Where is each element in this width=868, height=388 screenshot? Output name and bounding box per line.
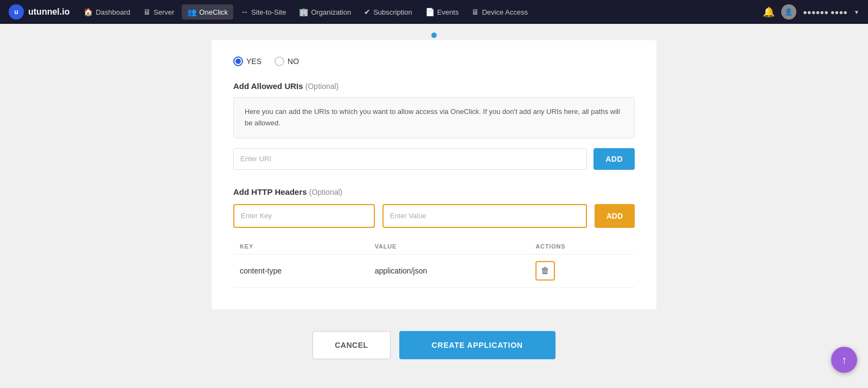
trash-icon: 🗑 xyxy=(541,266,550,276)
row-value: application/json xyxy=(368,254,529,287)
avatar: 👤 xyxy=(781,4,796,20)
nav-label-server: Server xyxy=(154,8,174,16)
http-headers-table: KEY VALUE ACTIONS content-type applicati… xyxy=(233,239,635,288)
organization-icon: 🏢 xyxy=(299,8,308,16)
oneclick-icon: 👥 xyxy=(187,8,196,16)
uri-input[interactable] xyxy=(233,148,587,170)
nav-item-site-to-site[interactable]: ↔ Site-to-Site xyxy=(235,4,291,20)
nav-label-dashboard: Dashboard xyxy=(95,8,130,16)
nav-item-oneclick[interactable]: 👥 OneClick xyxy=(182,4,233,20)
dashboard-icon: 🏠 xyxy=(84,8,93,16)
table-row: content-type application/json 🗑 xyxy=(233,254,635,287)
col-actions-header: ACTIONS xyxy=(529,239,635,255)
radio-group: YES NO xyxy=(233,56,635,66)
nav-label-oneclick: OneClick xyxy=(199,8,228,16)
col-value-header: VALUE xyxy=(368,239,529,255)
logo-icon: u xyxy=(9,4,24,20)
create-application-button[interactable]: CREATE APPLICATION xyxy=(399,331,556,359)
nav-item-subscription[interactable]: ✔ Subscription xyxy=(359,4,418,20)
server-icon: 🖥 xyxy=(143,8,151,16)
nav-label-events: Events xyxy=(437,8,459,16)
site-to-site-icon: ↔ xyxy=(241,8,248,16)
nav-item-organization[interactable]: 🏢 Organization xyxy=(293,4,356,20)
delete-row-button[interactable]: 🗑 xyxy=(535,261,555,281)
http-key-input[interactable] xyxy=(233,204,375,228)
add-http-header-button[interactable]: ADD xyxy=(595,204,635,228)
nav-item-device-access[interactable]: 🖥 Device Access xyxy=(466,4,533,20)
col-key-header: KEY xyxy=(233,239,368,255)
main-content: YES NO Add Allowed URIs (Optional) Here … xyxy=(0,24,868,388)
radio-no-circle xyxy=(275,56,284,66)
radio-no-label: NO xyxy=(288,57,299,66)
row-actions: 🗑 xyxy=(529,254,635,287)
nav-label-site-to-site: Site-to-Site xyxy=(251,8,286,16)
allowed-uris-info-box: Here you can add the URIs to which you w… xyxy=(233,97,635,138)
navbar: u utunnel.io 🏠 Dashboard 🖥 Server 👥 OneC… xyxy=(0,0,868,24)
step-indicator xyxy=(212,28,656,40)
logo-text: utunnel.io xyxy=(28,7,69,17)
radio-no-option[interactable]: NO xyxy=(275,56,299,66)
radio-yes-option[interactable]: YES xyxy=(233,56,261,66)
http-headers-input-row: ADD xyxy=(233,204,635,228)
notifications-icon[interactable]: 🔔 xyxy=(763,6,775,18)
allowed-uris-info-text: Here you can add the URIs to which you w… xyxy=(245,106,623,129)
form-container: YES NO Add Allowed URIs (Optional) Here … xyxy=(212,40,656,309)
add-uri-button[interactable]: ADD xyxy=(593,148,635,170)
subscription-icon: ✔ xyxy=(364,8,371,16)
cancel-button[interactable]: CANCEL xyxy=(312,331,390,359)
nav-right: 🔔 👤 ●●●●●● ●●●● ▼ xyxy=(763,4,859,20)
http-headers-optional: (Optional) xyxy=(309,188,342,196)
http-value-input[interactable] xyxy=(382,204,587,228)
events-icon: 📄 xyxy=(425,8,435,16)
username[interactable]: ●●●●●● ●●●● xyxy=(803,8,847,16)
http-headers-heading: Add HTTP Headers (Optional) xyxy=(233,187,635,196)
device-access-icon: 🖥 xyxy=(471,8,479,16)
row-key: content-type xyxy=(233,254,368,287)
nav-label-device-access: Device Access xyxy=(482,8,528,16)
radio-yes-circle xyxy=(233,56,243,66)
nav-item-dashboard[interactable]: 🏠 Dashboard xyxy=(78,4,136,20)
radio-yes-label: YES xyxy=(246,57,261,66)
allowed-uris-heading: Add Allowed URIs (Optional) xyxy=(233,81,635,91)
nav-label-organization: Organization xyxy=(311,8,351,16)
scroll-to-top-button[interactable]: ↑ xyxy=(831,347,857,373)
dropdown-chevron-icon[interactable]: ▼ xyxy=(854,9,859,15)
nav-label-subscription: Subscription xyxy=(373,8,412,16)
uri-row: ADD xyxy=(233,148,635,170)
allowed-uris-optional: (Optional) xyxy=(305,82,339,91)
nav-logo[interactable]: u utunnel.io xyxy=(9,4,69,20)
step-dot xyxy=(431,33,437,38)
bottom-actions: CANCEL CREATE APPLICATION xyxy=(212,331,656,370)
nav-item-events[interactable]: 📄 Events xyxy=(420,4,464,20)
nav-item-server[interactable]: 🖥 Server xyxy=(138,4,180,20)
